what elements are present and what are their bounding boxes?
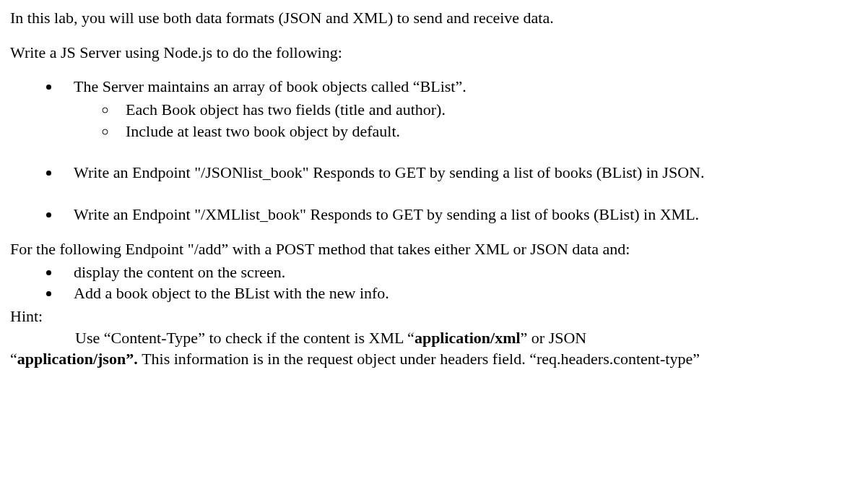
hint-text-2d: This information is in the request objec… [142,350,700,368]
requirement-item-xml-endpoint: Write an Endpoint "/XMLlist_book" Respon… [61,204,858,225]
requirements-list: The Server maintains an array of book ob… [10,76,858,225]
hint-label: Hint: [10,306,858,327]
intro-paragraph-1: In this lab, you will use both data form… [10,7,858,29]
add-endpoint-list: display the content on the screen. Add a… [10,262,858,304]
hint-text-2a: “ [10,350,17,368]
hint-text-2c: ”. [126,350,142,368]
requirement-text: The Server maintains an array of book ob… [74,77,466,95]
blist-sub-fields: Each Book object has two fields (title a… [117,99,858,121]
add-endpoint-paragraph: For the following Endpoint "/add” with a… [10,238,858,260]
hint-line-2: “application/json”. This information is … [10,348,858,370]
add-item-addbook: Add a book object to the BList with the … [61,283,858,304]
blist-sublist: Each Book object has two fields (title a… [74,99,858,142]
blist-sub-default: Include at least two book object by defa… [117,121,858,142]
requirement-item-json-endpoint: Write an Endpoint "/JSONlist_book" Respo… [61,162,858,184]
intro-paragraph-2: Write a JS Server using Node.js to do th… [10,42,858,64]
hint-text-1c: ” or JSON [521,329,587,347]
hint-text-1a: Use “Content-Type” to check if the conte… [75,329,415,347]
hint-bold-xml: application/xml [415,329,521,347]
add-item-display: display the content on the screen. [61,262,858,283]
hint-line-1: Use “Content-Type” to check if the conte… [10,327,858,349]
requirement-item-blist: The Server maintains an array of book ob… [61,76,858,142]
hint-bold-json: application/json [17,350,126,368]
